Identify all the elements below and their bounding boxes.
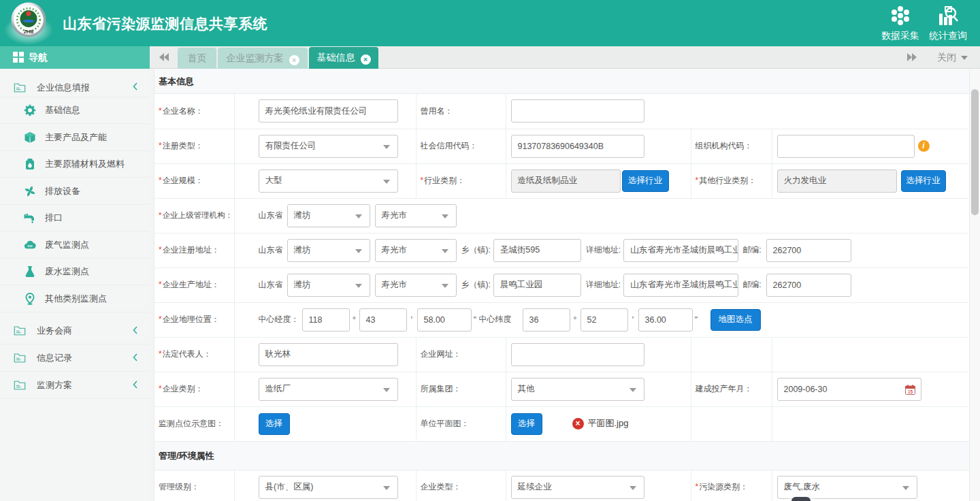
svg-text:ZHB: ZHB [24, 29, 33, 34]
svg-text:co: co [27, 243, 32, 248]
svg-text:15: 15 [907, 389, 913, 393]
